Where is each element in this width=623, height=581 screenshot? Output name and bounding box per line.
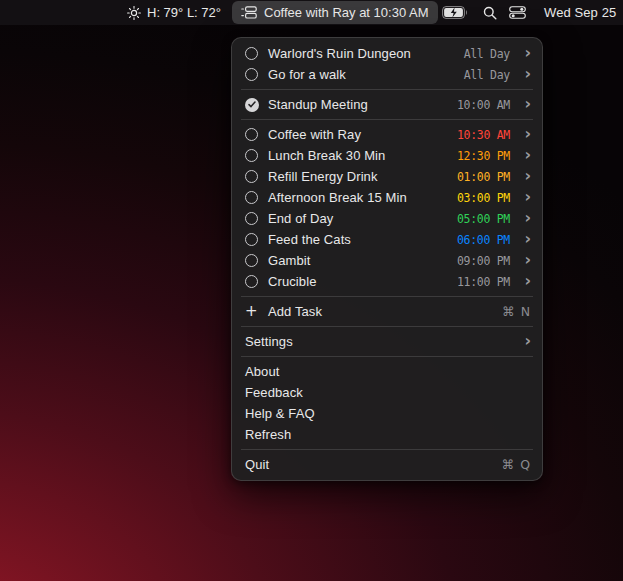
- task-label: Gambit: [268, 253, 311, 268]
- unchecked-circle-icon[interactable]: [245, 47, 258, 60]
- chevron-right-icon: ›: [523, 126, 531, 142]
- task-row[interactable]: Refill Energy Drink 01:00 PM ›: [232, 166, 542, 187]
- menu-item-about[interactable]: About: [232, 361, 542, 382]
- task-row[interactable]: Warlord's Ruin Dungeon All Day ›: [232, 43, 542, 64]
- chevron-right-icon: ›: [523, 147, 531, 163]
- unchecked-circle-icon[interactable]: [245, 254, 258, 267]
- task-time: All Day: [464, 68, 510, 82]
- task-time: 06:00 PM: [457, 233, 510, 247]
- task-label: Afternoon Break 15 Min: [268, 190, 407, 205]
- desktop: H: 79° L: 72° Coffee with Ray at 10:30 A…: [0, 0, 623, 581]
- unchecked-circle-icon[interactable]: [245, 212, 258, 225]
- task-time: 05:00 PM: [457, 212, 510, 226]
- checked-circle-icon[interactable]: [245, 98, 259, 112]
- battery-charging-icon: [442, 6, 468, 19]
- settings-label: Settings: [245, 334, 293, 349]
- menu-item-help-faq[interactable]: Help & FAQ: [232, 403, 542, 424]
- chevron-right-icon: ›: [523, 189, 531, 205]
- task-row[interactable]: Standup Meeting 10:00 AM ›: [232, 94, 542, 115]
- refresh-label: Refresh: [245, 427, 291, 442]
- task-label: Warlord's Ruin Dungeon: [268, 46, 411, 61]
- unchecked-circle-icon[interactable]: [245, 149, 258, 162]
- app-button-label: Coffee with Ray at 10:30 AM: [264, 5, 429, 20]
- unchecked-circle-icon[interactable]: [245, 275, 258, 288]
- chevron-right-icon: ›: [523, 333, 531, 349]
- chevron-right-icon: ›: [523, 231, 531, 247]
- task-menu-panel: Warlord's Ruin Dungeon All Day › Go for …: [231, 37, 543, 481]
- task-time: 12:30 PM: [457, 149, 510, 163]
- task-row[interactable]: Gambit 09:00 PM ›: [232, 250, 542, 271]
- menubar-weather[interactable]: H: 79° L: 72°: [127, 0, 221, 25]
- chevron-right-icon: ›: [523, 66, 531, 82]
- help-faq-label: Help & FAQ: [245, 406, 315, 421]
- chevron-right-icon: ›: [523, 45, 531, 61]
- task-time: 09:00 PM: [457, 254, 510, 268]
- search-icon: [483, 6, 497, 20]
- task-time: 10:30 AM: [457, 128, 510, 142]
- unchecked-circle-icon[interactable]: [245, 191, 258, 204]
- chevron-right-icon: ›: [523, 96, 531, 112]
- separator: [241, 326, 533, 327]
- task-label: End of Day: [268, 211, 333, 226]
- task-row[interactable]: Afternoon Break 15 Min 03:00 PM ›: [232, 187, 542, 208]
- unchecked-circle-icon[interactable]: [245, 128, 258, 141]
- chevron-right-icon: ›: [523, 252, 531, 268]
- menu-item-settings[interactable]: Settings ›: [232, 331, 542, 352]
- menu-item-refresh[interactable]: Refresh: [232, 424, 542, 445]
- feedback-label: Feedback: [245, 385, 303, 400]
- task-time: 01:00 PM: [457, 170, 510, 184]
- about-label: About: [245, 364, 279, 379]
- add-task-label: Add Task: [268, 304, 322, 319]
- quit-label: Quit: [245, 457, 269, 472]
- sun-icon: [127, 6, 141, 20]
- task-time: 11:00 PM: [457, 275, 510, 289]
- task-row[interactable]: Crucible 11:00 PM ›: [232, 271, 542, 292]
- task-label: Feed the Cats: [268, 232, 351, 247]
- chevron-right-icon: ›: [523, 168, 531, 184]
- menubar-battery[interactable]: [442, 0, 468, 25]
- task-label: Standup Meeting: [268, 97, 368, 112]
- weather-text: H: 79° L: 72°: [147, 5, 221, 20]
- add-task-shortcut: ⌘ N: [502, 304, 531, 319]
- add-task-button[interactable]: + Add Task ⌘ N: [232, 301, 542, 322]
- menu-item-quit[interactable]: Quit ⌘ Q: [232, 454, 542, 475]
- menubar-app-button[interactable]: Coffee with Ray at 10:30 AM: [232, 1, 438, 24]
- plus-icon: +: [245, 304, 258, 319]
- task-label: Go for a walk: [268, 67, 346, 82]
- task-label: Coffee with Ray: [268, 127, 361, 142]
- task-time: All Day: [464, 47, 510, 61]
- separator: [241, 89, 533, 90]
- task-label: Crucible: [268, 274, 316, 289]
- task-row[interactable]: Feed the Cats 06:00 PM ›: [232, 229, 542, 250]
- separator: [241, 449, 533, 450]
- quit-shortcut: ⌘ Q: [502, 457, 531, 472]
- menu-item-feedback[interactable]: Feedback: [232, 382, 542, 403]
- separator: [241, 356, 533, 357]
- chevron-right-icon: ›: [523, 273, 531, 289]
- task-label: Refill Energy Drink: [268, 169, 378, 184]
- task-time: 03:00 PM: [457, 191, 510, 205]
- task-row[interactable]: Coffee with Ray 10:30 AM ›: [232, 124, 542, 145]
- separator: [241, 296, 533, 297]
- task-list-icon: [241, 6, 257, 19]
- menubar-control-center[interactable]: [509, 0, 526, 25]
- menubar-date[interactable]: Wed Sep 25: [544, 0, 616, 25]
- task-row[interactable]: End of Day 05:00 PM ›: [232, 208, 542, 229]
- menubar-search[interactable]: [483, 0, 497, 25]
- unchecked-circle-icon[interactable]: [245, 68, 258, 81]
- date-text: Wed Sep 25: [544, 5, 616, 20]
- task-time: 10:00 AM: [457, 98, 510, 112]
- unchecked-circle-icon[interactable]: [245, 170, 258, 183]
- macos-menubar: H: 79° L: 72° Coffee with Ray at 10:30 A…: [0, 0, 623, 25]
- unchecked-circle-icon[interactable]: [245, 233, 258, 246]
- control-center-icon: [509, 6, 526, 19]
- task-row[interactable]: Go for a walk All Day ›: [232, 64, 542, 85]
- chevron-right-icon: ›: [523, 210, 531, 226]
- task-row[interactable]: Lunch Break 30 Min 12:30 PM ›: [232, 145, 542, 166]
- separator: [241, 119, 533, 120]
- task-label: Lunch Break 30 Min: [268, 148, 385, 163]
